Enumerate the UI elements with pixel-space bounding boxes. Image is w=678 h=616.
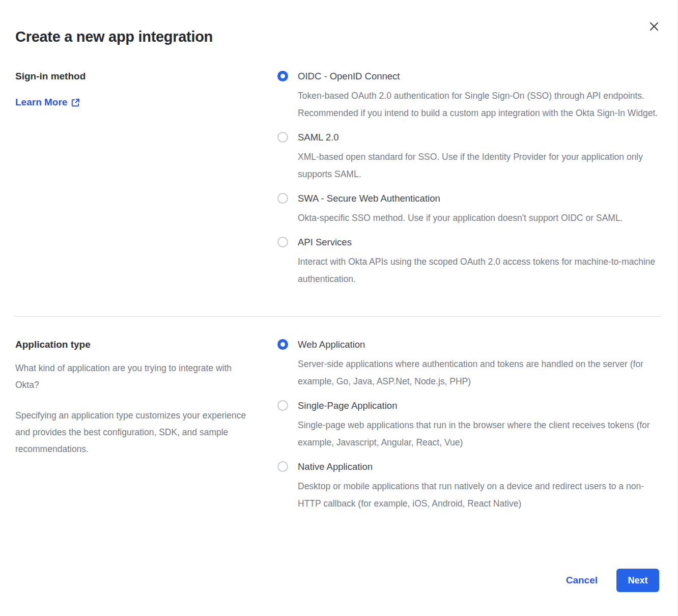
radio-option-saml[interactable]: SAML 2.0 XML-based open standard for SSO… xyxy=(277,131,659,183)
external-link-icon xyxy=(71,97,80,107)
radio-option-single-page-application[interactable]: Single-Page Application Single-page web … xyxy=(277,399,659,451)
option-description: Interact with Okta APIs using the scoped… xyxy=(298,253,659,288)
option-description: Single-page web applications that run in… xyxy=(298,416,659,451)
option-label: OIDC - OpenID Connect xyxy=(298,70,659,82)
option-label: Native Application xyxy=(298,460,659,473)
application-type-question: What kind of application are you trying … xyxy=(15,360,257,394)
learn-more-label: Learn More xyxy=(15,96,67,108)
radio-button[interactable] xyxy=(277,237,288,247)
radio-option-web-application[interactable]: Web Application Server-side applications… xyxy=(277,338,659,390)
option-description: Server-side applications where authentic… xyxy=(298,355,659,390)
close-button[interactable] xyxy=(647,19,661,34)
option-description: Token-based OAuth 2.0 authentication for… xyxy=(298,87,659,122)
option-label: Web Application xyxy=(298,338,659,351)
section-divider xyxy=(14,316,662,317)
signin-method-label: Sign-in method xyxy=(15,70,262,82)
application-type-label: Application type xyxy=(15,338,262,351)
page-title: Create a new app integration xyxy=(15,29,659,45)
dialog-footer: Cancel Next xyxy=(566,569,659,592)
close-icon xyxy=(649,21,659,32)
radio-option-api-services[interactable]: API Services Interact with Okta APIs usi… xyxy=(277,236,659,288)
application-type-help-text: Specifying an application type customize… xyxy=(15,407,257,458)
option-description: Okta-specific SSO method. Use if your ap… xyxy=(298,209,623,227)
radio-option-native-application[interactable]: Native Application Desktop or mobile app… xyxy=(277,460,659,512)
option-description: XML-based open standard for SSO. Use if … xyxy=(298,148,659,183)
option-label: Single-Page Application xyxy=(298,399,659,412)
radio-button[interactable] xyxy=(277,400,288,411)
radio-option-swa[interactable]: SWA - Secure Web Authentication Okta-spe… xyxy=(277,192,659,227)
radio-button[interactable] xyxy=(277,132,288,143)
option-label: SWA - Secure Web Authentication xyxy=(298,192,623,205)
radio-button[interactable] xyxy=(277,339,288,350)
radio-option-oidc[interactable]: OIDC - OpenID Connect Token-based OAuth … xyxy=(277,70,659,122)
radio-button[interactable] xyxy=(277,461,288,472)
radio-button[interactable] xyxy=(277,193,288,204)
learn-more-link[interactable]: Learn More xyxy=(15,96,80,108)
option-label: SAML 2.0 xyxy=(298,131,659,144)
cancel-button[interactable]: Cancel xyxy=(566,575,598,586)
option-description: Desktop or mobile applications that run … xyxy=(298,478,659,512)
radio-button[interactable] xyxy=(277,71,288,81)
create-app-integration-dialog: Create a new app integration Sign-in met… xyxy=(0,0,678,616)
application-type-section: Application type What kind of applicatio… xyxy=(15,338,659,512)
next-button[interactable]: Next xyxy=(616,569,659,592)
signin-method-section: Sign-in method Learn More OIDC - OpenID … xyxy=(15,70,659,288)
option-label: API Services xyxy=(298,236,659,248)
